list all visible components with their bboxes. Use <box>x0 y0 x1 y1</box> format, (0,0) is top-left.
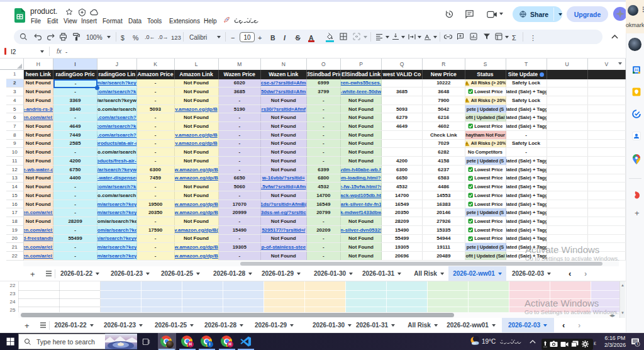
svg-text:31: 31 <box>635 68 638 72</box>
